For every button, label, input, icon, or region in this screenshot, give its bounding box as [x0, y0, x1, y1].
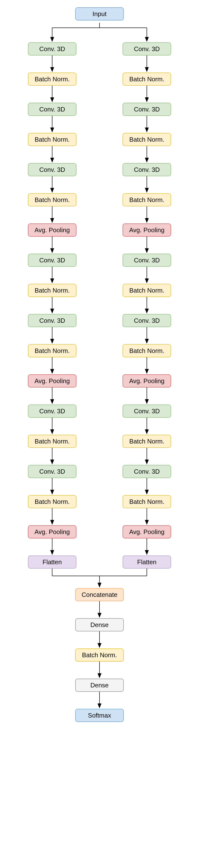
right-bn-3: Batch Norm.: [123, 133, 171, 146]
right-conv-2: Conv. 3D: [123, 103, 171, 116]
left-flat-17: Flatten: [28, 555, 76, 568]
arrow-down-icon: [52, 327, 53, 344]
right-pool-16: Avg. Pooling: [123, 525, 171, 538]
arrow-down-icon: [146, 237, 147, 254]
arrow-down-icon: [146, 327, 147, 344]
merge-connector: [28, 568, 171, 588]
left-bn-3: Batch Norm.: [28, 133, 76, 146]
right-conv-14: Conv. 3D: [123, 465, 171, 478]
left-branch: Conv. 3DBatch Norm.Conv. 3DBatch Norm.Co…: [28, 42, 76, 568]
left-conv-0: Conv. 3D: [28, 42, 76, 56]
arrow-down-icon: [146, 297, 147, 314]
arrow-down-icon: [52, 418, 53, 435]
left-conv-9: Conv. 3D: [28, 314, 76, 327]
arrow-down-icon: [52, 297, 53, 314]
arrow-down-icon: [52, 267, 53, 284]
arrow-down-icon: [146, 357, 147, 374]
arrow-down-icon: [146, 56, 147, 72]
arrow-down-icon: [146, 448, 147, 465]
input-node: Input: [75, 7, 124, 21]
right-bn-5: Batch Norm.: [123, 193, 171, 207]
left-bn-1: Batch Norm.: [28, 72, 76, 86]
right-bn-1: Batch Norm.: [123, 72, 171, 86]
arrow-down-icon: [146, 86, 147, 103]
arrow-down-icon: [146, 176, 147, 193]
left-conv-2: Conv. 3D: [28, 103, 76, 116]
arrow-down-icon: [146, 267, 147, 284]
branch-columns: Conv. 3DBatch Norm.Conv. 3DBatch Norm.Co…: [28, 42, 171, 568]
split-connector: [28, 23, 171, 42]
left-pool-6: Avg. Pooling: [28, 223, 76, 237]
left-pool-11: Avg. Pooling: [28, 374, 76, 388]
right-conv-9: Conv. 3D: [123, 314, 171, 327]
tail-dense-1: Dense: [75, 618, 124, 631]
right-conv-0: Conv. 3D: [123, 42, 171, 56]
arrow-down-icon: [99, 692, 100, 709]
arrow-down-icon: [52, 56, 53, 72]
right-bn-13: Batch Norm.: [123, 435, 171, 448]
tail-softmax-4: Softmax: [75, 709, 124, 722]
arrow-down-icon: [52, 538, 53, 555]
left-bn-15: Batch Norm.: [28, 495, 76, 508]
arrow-down-icon: [99, 631, 100, 648]
tail-sequence: ConcatenateDenseBatch Norm.DenseSoftmax: [75, 588, 124, 722]
left-conv-4: Conv. 3D: [28, 163, 76, 176]
arrow-down-icon: [99, 601, 100, 618]
arrow-down-icon: [146, 207, 147, 223]
arrow-down-icon: [52, 237, 53, 254]
arrow-down-icon: [52, 207, 53, 223]
arrow-down-icon: [146, 418, 147, 435]
arrow-down-icon: [146, 538, 147, 555]
arrow-down-icon: [146, 478, 147, 495]
left-bn-10: Batch Norm.: [28, 344, 76, 357]
left-conv-7: Conv. 3D: [28, 254, 76, 267]
arrow-down-icon: [52, 508, 53, 525]
right-pool-6: Avg. Pooling: [123, 223, 171, 237]
right-conv-7: Conv. 3D: [123, 254, 171, 267]
arrow-down-icon: [52, 86, 53, 103]
left-bn-5: Batch Norm.: [28, 193, 76, 207]
arrow-down-icon: [146, 146, 147, 163]
arrow-down-icon: [146, 508, 147, 525]
arrow-down-icon: [52, 448, 53, 465]
tail-concat-0: Concatenate: [75, 588, 124, 601]
right-bn-10: Batch Norm.: [123, 344, 171, 357]
tail-dense-3: Dense: [75, 679, 124, 692]
tail-bn-2: Batch Norm.: [75, 648, 124, 661]
arrow-down-icon: [52, 357, 53, 374]
left-bn-13: Batch Norm.: [28, 435, 76, 448]
arrow-down-icon: [52, 116, 53, 133]
arrow-down-icon: [52, 146, 53, 163]
arrow-down-icon: [146, 388, 147, 405]
left-conv-14: Conv. 3D: [28, 465, 76, 478]
left-bn-8: Batch Norm.: [28, 284, 76, 297]
right-conv-12: Conv. 3D: [123, 405, 171, 418]
arrow-down-icon: [52, 176, 53, 193]
right-branch: Conv. 3DBatch Norm.Conv. 3DBatch Norm.Co…: [123, 42, 171, 568]
arrow-down-icon: [52, 388, 53, 405]
arrow-down-icon: [146, 116, 147, 133]
arrow-down-icon: [52, 478, 53, 495]
right-bn-8: Batch Norm.: [123, 284, 171, 297]
right-flat-17: Flatten: [123, 555, 171, 568]
left-conv-12: Conv. 3D: [28, 405, 76, 418]
left-pool-16: Avg. Pooling: [28, 525, 76, 538]
right-conv-4: Conv. 3D: [123, 163, 171, 176]
arrow-down-icon: [99, 661, 100, 679]
right-pool-11: Avg. Pooling: [123, 374, 171, 388]
right-bn-15: Batch Norm.: [123, 495, 171, 508]
